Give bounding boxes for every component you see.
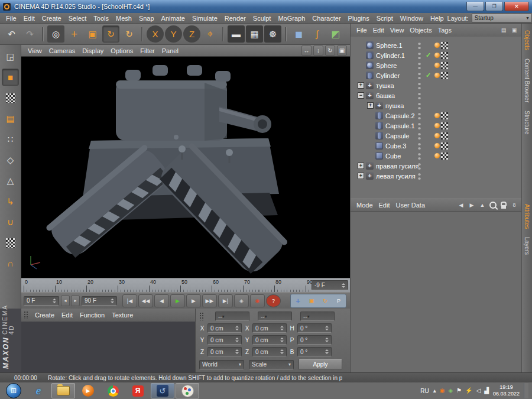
range-end-field[interactable]: 90 F bbox=[82, 296, 117, 306]
parent-object-icon[interactable]: ▲ bbox=[478, 201, 486, 209]
texture-tag-icon[interactable] bbox=[434, 42, 448, 49]
stepper[interactable] bbox=[278, 349, 284, 354]
apply-button[interactable]: Apply bbox=[299, 359, 342, 370]
minimize-button[interactable]: — bbox=[466, 2, 484, 11]
enabled-check-icon[interactable]: ✓ bbox=[426, 51, 431, 59]
material-menu-function[interactable]: Function bbox=[76, 312, 108, 319]
expander-icon[interactable]: + bbox=[358, 163, 364, 169]
object-row-cube-3[interactable]: Cube.3 bbox=[351, 141, 521, 151]
lock-workplane-icon[interactable] bbox=[2, 234, 19, 251]
stepper[interactable] bbox=[323, 326, 329, 330]
next-frame-button[interactable]: ▶ bbox=[186, 294, 201, 307]
show-desktop-button[interactable] bbox=[524, 383, 528, 398]
timeline-ruler[interactable]: 0102030405060708090 -9 F bbox=[21, 278, 350, 292]
goto-end-button[interactable]: ▶| bbox=[218, 294, 233, 307]
system-clock[interactable]: 19:19 06.03.2022 bbox=[493, 384, 520, 398]
visibility-dots[interactable] bbox=[418, 112, 421, 119]
texture-tag-icon[interactable] bbox=[434, 153, 448, 160]
attributes-menu-mode[interactable]: Mode bbox=[353, 202, 376, 209]
object-row-правая-гусиля[interactable]: ++правая гусиля bbox=[351, 161, 521, 171]
tray-volume-icon[interactable]: ◁ bbox=[476, 388, 481, 394]
record-keyframe-button[interactable]: ◉ bbox=[250, 294, 265, 307]
menu-mograph[interactable]: MoGraph bbox=[274, 15, 309, 22]
scale-select[interactable]: Scale▾ bbox=[249, 360, 294, 369]
viewport[interactable] bbox=[21, 57, 350, 278]
live-selection-icon[interactable]: ◎ bbox=[47, 25, 64, 43]
coord-field-h[interactable]: 0 ° bbox=[297, 323, 332, 333]
stepper[interactable] bbox=[233, 326, 239, 330]
stepper[interactable] bbox=[51, 299, 56, 303]
spline-pen-icon[interactable]: ∫ bbox=[309, 25, 326, 43]
close-button[interactable]: ✕ bbox=[504, 2, 529, 11]
range-decrement-button[interactable]: ◂ bbox=[61, 296, 70, 306]
menu-window[interactable]: Window bbox=[397, 15, 427, 22]
taskbar-chrome[interactable] bbox=[101, 383, 125, 398]
coordinate-system-icon[interactable]: ⌖ bbox=[202, 25, 219, 43]
range-start-field[interactable]: 0 F bbox=[24, 296, 59, 306]
viewport-menu-view[interactable]: View bbox=[24, 47, 46, 54]
next-key-button[interactable]: ▶▶ bbox=[202, 294, 217, 307]
om-menu-tags[interactable]: Tags bbox=[435, 27, 455, 34]
menu-plugins[interactable]: Plugins bbox=[345, 15, 373, 22]
side-tab-layers[interactable]: Layers bbox=[524, 237, 530, 255]
redo-icon[interactable]: ↷ bbox=[21, 25, 38, 43]
attributes-menu-user-data[interactable]: User Data bbox=[393, 202, 429, 209]
tray-antivirus-icon[interactable]: ◉ bbox=[440, 388, 445, 394]
autokeying-button[interactable]: ? bbox=[266, 294, 281, 307]
pan-view-icon[interactable]: ↔ bbox=[301, 46, 312, 56]
pin-icon[interactable]: 8 bbox=[510, 201, 518, 209]
render-view-icon[interactable]: ▬ bbox=[228, 25, 245, 43]
visibility-dots[interactable] bbox=[418, 52, 421, 59]
viewport-menu-options[interactable]: Options bbox=[107, 47, 137, 54]
object-row-пушка[interactable]: ++пушка bbox=[351, 100, 521, 111]
coord-field-x[interactable]: 0 cm bbox=[252, 323, 287, 333]
taskbar-cinema4d[interactable]: ↺ bbox=[151, 383, 174, 398]
object-label[interactable]: пушка bbox=[385, 102, 404, 109]
enabled-check-icon[interactable]: ✓ bbox=[426, 72, 431, 79]
viewport-menu-display[interactable]: Display bbox=[79, 47, 107, 54]
search-icon[interactable] bbox=[489, 201, 497, 209]
layout-select[interactable]: Startup▾ bbox=[472, 14, 532, 22]
undo-icon[interactable]: ↶ bbox=[3, 25, 20, 43]
object-label[interactable]: Capsule.1 bbox=[385, 122, 415, 129]
menu-simulate[interactable]: Simulate bbox=[189, 15, 221, 22]
drag-grip[interactable] bbox=[199, 312, 204, 320]
world-select[interactable]: World▾ bbox=[199, 360, 244, 369]
material-menu-edit[interactable]: Edit bbox=[58, 312, 76, 319]
lock-icon[interactable] bbox=[499, 201, 508, 209]
object-row-левая-гусиля[interactable]: ++левая гусиля bbox=[351, 171, 521, 181]
title-bar[interactable]: CINEMA 4D R14.025 Studio - [SchoolHT.c4d… bbox=[0, 0, 532, 13]
visibility-dots[interactable] bbox=[418, 122, 421, 129]
om-menu-edit[interactable]: Edit bbox=[370, 27, 387, 34]
texture-tag-icon[interactable] bbox=[434, 112, 448, 119]
tray-network-icon[interactable]: ▟ bbox=[484, 388, 489, 394]
ruler-ticks[interactable]: 0102030405060708090 bbox=[24, 278, 311, 293]
stepper[interactable] bbox=[323, 338, 329, 342]
add-cube-icon[interactable]: ◼ bbox=[290, 25, 307, 43]
texture-tag-icon[interactable] bbox=[434, 132, 448, 140]
visibility-dots[interactable] bbox=[418, 163, 421, 170]
y-axis-lock-icon[interactable]: Y bbox=[165, 25, 182, 43]
expander-icon[interactable]: + bbox=[358, 82, 364, 89]
menu-select[interactable]: Select bbox=[65, 15, 90, 22]
record-position-toggle[interactable]: + bbox=[291, 295, 304, 307]
object-row-capsule-2[interactable]: Capsule.2 bbox=[351, 111, 521, 121]
render-picture-viewer-icon[interactable]: ▦ bbox=[246, 25, 263, 43]
expander-icon[interactable]: + bbox=[367, 102, 374, 109]
object-label[interactable]: Capsule.2 bbox=[385, 112, 415, 119]
object-row-capsule-1[interactable]: Capsule.1 bbox=[351, 121, 521, 131]
record-parameter-toggle[interactable]: P bbox=[332, 295, 345, 307]
visibility-dots[interactable] bbox=[418, 102, 421, 109]
object-row-cylinder-1[interactable]: Cylinder.1✓ bbox=[351, 50, 521, 60]
model-mode-icon[interactable]: ■ bbox=[2, 69, 19, 86]
object-label[interactable]: Capsule bbox=[385, 132, 409, 140]
menu-create[interactable]: Create bbox=[38, 15, 65, 22]
restore-button[interactable]: ❐ bbox=[485, 2, 503, 11]
coord-mode-select-2[interactable]: --▾ bbox=[300, 312, 335, 321]
start-button[interactable]: ⊞ bbox=[6, 383, 21, 398]
workplane-mode-icon[interactable]: ▤ bbox=[2, 110, 19, 127]
taskbar-ie[interactable]: e bbox=[27, 383, 50, 398]
object-row-cube[interactable]: Cube bbox=[351, 151, 521, 161]
coord-mode-select-0[interactable]: --▾ bbox=[215, 312, 249, 321]
viewport-menu-filter[interactable]: Filter bbox=[137, 47, 158, 54]
